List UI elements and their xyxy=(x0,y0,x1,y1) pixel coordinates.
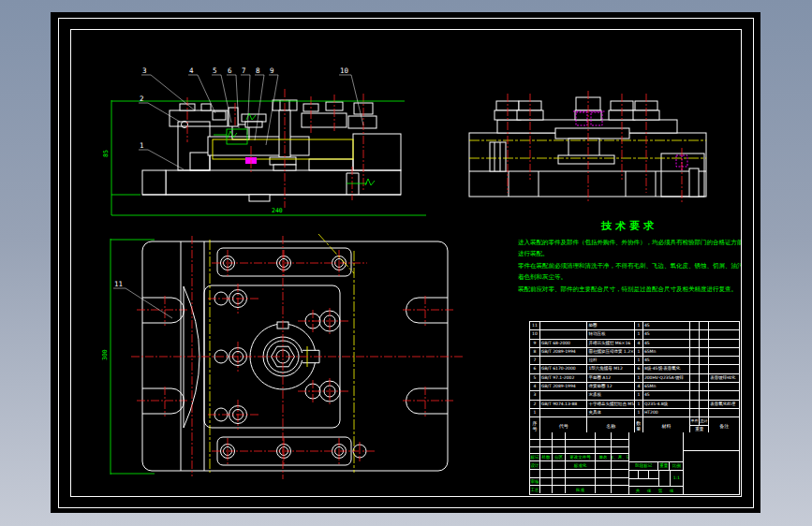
tech-req-title: 技术要求 xyxy=(518,219,741,233)
bom-cell-name: 十字槽盘头螺钉组合 M5×16 xyxy=(587,401,635,409)
bom-cell-name: 拉杆 xyxy=(587,357,635,365)
bom-cell-material: HT200 xyxy=(643,409,691,417)
callout-9: 9 xyxy=(270,66,274,75)
bom-row: 3支承板145 xyxy=(530,391,739,400)
bom-cell-total xyxy=(700,391,709,400)
c-washer-assembly xyxy=(250,322,319,389)
bom-cell-total xyxy=(700,330,709,339)
bom-cell-total xyxy=(700,365,709,373)
title-block-revision-area: 标记 处数 分区 更改文件号 签名 年、月、日 设计 标准化 审核 xyxy=(530,432,629,494)
dim-front-height: 85 xyxy=(102,150,110,157)
bom-row: 9GB/T 68-2000开槽沉头螺钉 M6×16445 xyxy=(530,340,739,348)
bom-cell-unit xyxy=(690,401,700,409)
bom-header-unit-weight: 单件 xyxy=(690,417,700,425)
bom-cell-code: GB/T 97.1-2002 xyxy=(540,374,588,383)
technical-requirements: 技术要求 进入装配的零件及部件（包括外购件、外协件），均必须具有检验部门的合格证… xyxy=(518,219,741,295)
callout-5: 5 xyxy=(213,66,217,75)
title-block-stage-area: 阶段标记 重量 比例 1:1 共 张 第 张 xyxy=(629,432,684,494)
bom-header-code: 代号 xyxy=(540,417,588,433)
bom-cell-unit xyxy=(690,374,700,383)
bom-cell-note xyxy=(709,365,739,373)
bom-row: 7拉杆145 xyxy=(530,357,739,365)
bom-cell-material: 65Mn xyxy=(643,383,691,391)
bom-header-weight-group: 单件 总计 重量 xyxy=(690,417,709,433)
bom-cell-material: 200HV·Q235A·镀锌 xyxy=(643,374,691,383)
callout-8: 8 xyxy=(256,66,260,75)
bom-cell-qty: 1 xyxy=(635,357,643,365)
callout-1: 1 xyxy=(140,141,144,150)
bottom-bar-holes xyxy=(212,438,375,465)
tech-req-line: 装配前应对零、部件的主要配合尺寸，特别是过盈配合尺寸及相关精度进行复查。 xyxy=(518,284,741,295)
tech-req-line: 进入装配的零件及部件（包括外购件、外协件），均必须具有检验部门的合格证方能 xyxy=(518,237,741,248)
bom-cell-no: 2 xyxy=(530,401,540,409)
label-date: 年、月、日 xyxy=(612,454,628,460)
bom-cell-note xyxy=(709,340,739,348)
bom-cell-code xyxy=(540,330,588,339)
bom-cell-qty: 1 xyxy=(635,322,643,330)
label-scale: 比例 xyxy=(670,462,683,470)
bom-cell-note xyxy=(709,322,739,330)
bom-cell-total xyxy=(700,383,709,391)
bom-cell-name: 支承板 xyxy=(587,391,635,400)
bom-cell-note xyxy=(709,383,739,391)
bom-row: 2GB/T 9074.13-88十字槽盘头螺钉组合 M5×161Q235·4.8… xyxy=(530,401,739,409)
dim-plan-height: 300 xyxy=(101,349,109,360)
bom-header-qty: 数量 xyxy=(635,417,643,433)
label-mark: 标记 xyxy=(530,454,540,460)
bom-cell-name: 平垫圈 A12 xyxy=(587,374,635,383)
bom-cell-no: 4 xyxy=(530,383,540,391)
side-view xyxy=(469,91,706,202)
bom-cell-no: 3 xyxy=(530,391,540,400)
bom-cell-note xyxy=(709,391,739,400)
bom-cell-code: GB/T 6170-2000 xyxy=(540,365,588,373)
bom-cell-qty: 1 xyxy=(635,391,643,400)
bom-cell-total xyxy=(700,348,709,357)
drawing-sheet[interactable]: 85 240 xyxy=(51,12,760,513)
label-process: 工艺 xyxy=(530,486,540,493)
bom-cell-material: 45 xyxy=(643,330,691,339)
bom-cell-total xyxy=(700,409,709,417)
bom-cell-code: GB/T 9074.13-88 xyxy=(540,401,588,409)
label-zone: 分区 xyxy=(553,454,566,460)
clamping-slots xyxy=(137,296,453,416)
bom-cell-unit xyxy=(690,330,700,339)
stage-mark-cells xyxy=(629,471,659,487)
bom-cell-name: 转动压板 xyxy=(587,330,635,339)
bom-cell-unit xyxy=(690,391,700,400)
bom-cell-qty: 1 xyxy=(635,409,643,417)
bom-cell-material: 8级·45钢·表面氧化 xyxy=(643,365,691,373)
callout-10: 10 xyxy=(340,66,349,75)
bom-cell-name: 夹具体 xyxy=(587,409,635,417)
bom-cell-total xyxy=(700,322,709,330)
front-section-view: 85 240 xyxy=(102,89,426,215)
bom-cell-no: 10 xyxy=(530,330,540,339)
cad-application-viewport: 85 240 xyxy=(0,0,812,526)
bom-cell-material: 45 xyxy=(643,340,691,348)
bom-cell-no: 6 xyxy=(530,365,540,373)
bom-cell-name: 垫圈 xyxy=(587,322,635,330)
partial-section-lens xyxy=(184,286,199,428)
bom-cell-no: 11 xyxy=(530,322,540,330)
callout-4: 4 xyxy=(189,66,194,75)
roughness-icon xyxy=(365,179,375,185)
title-block: 标记 处数 分区 更改文件号 签名 年、月、日 设计 标准化 审核 xyxy=(529,432,740,495)
bom-row: 10转动压板145 xyxy=(530,330,739,339)
bom-header-name: 名称 xyxy=(587,417,635,433)
bom-cell-code: GB/T 68-2000 xyxy=(540,340,588,348)
drawing-name-cell xyxy=(684,432,739,451)
bolt-heads-top xyxy=(495,97,659,120)
bom-cell-code xyxy=(540,357,588,365)
bom-cell-qty: 1 xyxy=(635,348,643,357)
bom-cell-no: 1 xyxy=(530,409,540,417)
dim-front-width: 240 xyxy=(272,207,283,214)
bom-cell-unit xyxy=(690,322,700,330)
bom-cell-no: 8 xyxy=(530,348,540,357)
bom-row: 8GB/T 2089-1994圆柱螺旋压缩弹簧 1.2×8×40165Mn xyxy=(530,348,739,357)
bom-cell-material: 45 xyxy=(643,322,691,330)
label-review: 审核 xyxy=(530,478,540,485)
bom-cell-qty: 6 xyxy=(635,365,643,373)
callout-3: 3 xyxy=(142,66,147,75)
bom-cell-code xyxy=(540,391,588,400)
bom-cell-material: 45 xyxy=(643,391,691,400)
bom-cell-note: 表面氧化处理 xyxy=(709,401,739,409)
